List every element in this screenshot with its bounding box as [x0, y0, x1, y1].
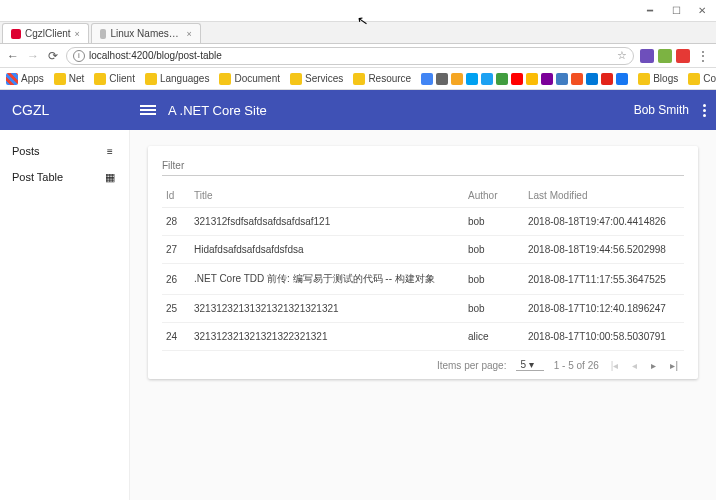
bookmark-site-icon[interactable] — [541, 73, 553, 85]
bookmark-label: Net — [69, 73, 85, 84]
tab-favicon — [11, 29, 21, 39]
bookmark-site-icon[interactable] — [526, 73, 538, 85]
bookmark-site-icon[interactable] — [571, 73, 583, 85]
bookmark-label: Languages — [160, 73, 210, 84]
cell-title: 3213123213132132132132​1321 — [190, 295, 464, 323]
sidebar-item-posts[interactable]: Posts ≡ — [0, 138, 129, 164]
cell-author: bob — [464, 236, 524, 264]
column-header-id[interactable]: Id — [162, 184, 190, 208]
bookmark-apps[interactable]: Apps — [6, 73, 44, 85]
bookmark-site-icon[interactable] — [451, 73, 463, 85]
extension-icon[interactable] — [658, 49, 672, 63]
address-bar[interactable]: i localhost:4200/blog/post-table ☆ — [66, 47, 634, 65]
nav-forward-button[interactable]: → — [26, 49, 40, 63]
folder-icon — [219, 73, 231, 85]
bookmark-label: Document — [234, 73, 280, 84]
bookmark-star-icon[interactable]: ☆ — [617, 49, 627, 62]
tab-close-icon[interactable]: × — [187, 29, 192, 39]
data-card: Id Title Author Last Modified 28321312fs… — [148, 146, 698, 379]
browser-tab[interactable]: CgzlClient × — [2, 23, 89, 43]
column-header-modified[interactable]: Last Modified — [524, 184, 684, 208]
bookmark-folder[interactable]: Languages — [145, 73, 210, 85]
app-brand[interactable]: CGZL — [0, 90, 130, 130]
app-header: CGZL A .NET Core Site Bob Smith — [0, 90, 716, 130]
pager-label: Items per page: — [437, 360, 506, 371]
folder-icon — [638, 73, 650, 85]
tab-close-icon[interactable]: × — [75, 29, 80, 39]
nav-reload-button[interactable]: ⟳ — [46, 49, 60, 63]
extension-icon[interactable] — [640, 49, 654, 63]
paginator: Items per page: 5 ▾ 1 - 5 of 26 |◂ ◂ ▸ ▸… — [162, 351, 684, 373]
bookmark-site-icon[interactable] — [421, 73, 433, 85]
bookmark-site-icon[interactable] — [616, 73, 628, 85]
bookmark-label: Services — [305, 73, 343, 84]
table-row[interactable]: 253213123213132132132132​1321bob2018-08-… — [162, 295, 684, 323]
table-row[interactable]: 28321312fsdfsafdsafdsafdsaf121bob2018-08… — [162, 208, 684, 236]
pager-prev-button[interactable]: ◂ — [630, 360, 639, 371]
filter-input[interactable] — [162, 156, 684, 176]
app-title: A .NET Core Site — [168, 103, 267, 118]
column-header-title[interactable]: Title — [190, 184, 464, 208]
grid-icon: ▦ — [103, 170, 117, 184]
bookmark-folder[interactable]: Resource — [353, 73, 411, 85]
bookmark-icons — [421, 73, 628, 85]
bookmark-site-icon[interactable] — [481, 73, 493, 85]
bookmark-label: Client — [109, 73, 135, 84]
pager-last-button[interactable]: ▸| — [668, 360, 680, 371]
folder-icon — [688, 73, 700, 85]
bookmark-site-icon[interactable] — [586, 73, 598, 85]
tab-title: Linux Namespace : User — [110, 28, 182, 39]
content-area: Id Title Author Last Modified 28321312fs… — [130, 130, 716, 500]
overflow-menu-button[interactable] — [703, 104, 706, 117]
extension-icon[interactable] — [676, 49, 690, 63]
cell-id: 25 — [162, 295, 190, 323]
browser-menu-button[interactable]: ⋮ — [696, 49, 710, 63]
cell-author: bob — [464, 208, 524, 236]
folder-icon — [353, 73, 365, 85]
browser-tab[interactable]: Linux Namespace : User × — [91, 23, 201, 43]
window-maximize-button[interactable]: ☐ — [670, 5, 682, 17]
cell-id: 28 — [162, 208, 190, 236]
bookmark-folder[interactable]: Net — [54, 73, 85, 85]
folder-icon — [94, 73, 106, 85]
bookmark-folder[interactable]: Client — [94, 73, 135, 85]
bookmark-site-icon[interactable] — [496, 73, 508, 85]
bookmark-site-icon[interactable] — [556, 73, 568, 85]
extensions-area — [640, 49, 690, 63]
cell-id: 27 — [162, 236, 190, 264]
browser-toolbar: ← → ⟳ i localhost:4200/blog/post-table ☆… — [0, 44, 716, 68]
bookmark-folder[interactable]: Blogs — [638, 73, 678, 85]
bookmark-folder[interactable]: Courses — [688, 73, 716, 85]
bookmark-site-icon[interactable] — [601, 73, 613, 85]
window-minimize-button[interactable]: ━ — [644, 5, 656, 17]
menu-toggle-button[interactable] — [140, 105, 156, 115]
page-size-select[interactable]: 5 ▾ — [516, 359, 543, 371]
user-name[interactable]: Bob Smith — [634, 103, 689, 117]
site-info-icon[interactable]: i — [73, 50, 85, 62]
window-close-button[interactable]: ✕ — [696, 5, 708, 17]
sidebar: Posts ≡ Post Table ▦ — [0, 130, 130, 500]
pager-next-button[interactable]: ▸ — [649, 360, 658, 371]
bookmark-folder[interactable]: Document — [219, 73, 280, 85]
cell-modified: 2018-08-18T19:47:00.4414826 — [524, 208, 684, 236]
nav-back-button[interactable]: ← — [6, 49, 20, 63]
table-row[interactable]: 27Hidafdsafdsafdsafdsfdsabob2018-08-18T1… — [162, 236, 684, 264]
bookmark-site-icon[interactable] — [466, 73, 478, 85]
bookmark-folder[interactable]: Services — [290, 73, 343, 85]
folder-icon — [54, 73, 66, 85]
app-body: Posts ≡ Post Table ▦ Id Title Author Las… — [0, 130, 716, 500]
column-header-author[interactable]: Author — [464, 184, 524, 208]
cell-title: Hidafdsafdsafdsafdsfdsa — [190, 236, 464, 264]
tab-favicon — [100, 29, 107, 39]
cell-title: .NET Core TDD 前传: 编写易于测试的代码 -- 构建对象 — [190, 264, 464, 295]
pager-range: 1 - 5 of 26 — [554, 360, 599, 371]
bookmark-label: Courses — [703, 73, 716, 84]
cell-id: 24 — [162, 323, 190, 351]
table-row[interactable]: 26.NET Core TDD 前传: 编写易于测试的代码 -- 构建对象bob… — [162, 264, 684, 295]
table-row[interactable]: 2432131232132132132​2321321alice2018-08-… — [162, 323, 684, 351]
sidebar-item-post-table[interactable]: Post Table ▦ — [0, 164, 129, 190]
pager-first-button[interactable]: |◂ — [609, 360, 621, 371]
bookmark-site-icon[interactable] — [436, 73, 448, 85]
cell-modified: 2018-08-17T10:00:58.5030791 — [524, 323, 684, 351]
bookmark-site-icon[interactable] — [511, 73, 523, 85]
